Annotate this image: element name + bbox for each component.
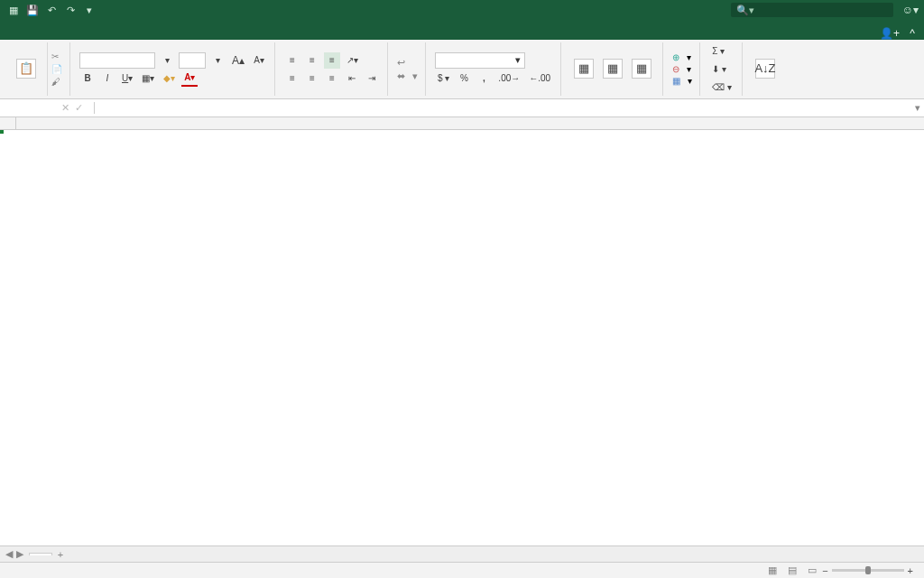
cancel-formula-icon[interactable]: ✕ — [61, 102, 69, 114]
clipboard-icon: 📋 — [16, 59, 36, 79]
delete-cells-button[interactable]: ⊖ ▾ — [672, 64, 692, 74]
wrap-text-button[interactable]: ↩ — [397, 57, 418, 69]
number-format-combo[interactable]: ▾ — [435, 52, 525, 69]
decrease-indent-icon[interactable]: ⇤ — [344, 70, 360, 87]
sheet-tab-active[interactable] — [29, 553, 52, 555]
table-icon: ▦ — [603, 59, 623, 79]
status-bar: ▦▤▭ − + — [0, 562, 924, 578]
formula-bar: ✕ ✓ ▾ — [0, 99, 924, 117]
align-right-icon[interactable]: ≡ — [324, 70, 340, 87]
shrink-font-icon[interactable]: A▾ — [251, 52, 267, 69]
page-layout-icon: ▤ — [782, 564, 802, 576]
app-icon: ▦ — [5, 2, 22, 18]
alignment-group: ≡ ≡ ≡ ↗▾ ≡ ≡ ≡ ⇤ ⇥ — [277, 42, 388, 96]
feedback-icon[interactable]: ☺▾ — [902, 4, 919, 16]
bold-button[interactable]: B — [79, 70, 96, 87]
ribbon: 📋 ✂ 📄 🖌 ▾ ▾ A▴ A▾ B I U▾ ▦▾ ◆▾ A▾ — [0, 40, 924, 99]
underline-button[interactable]: U▾ — [119, 70, 135, 87]
number-group: ▾ $ ▾ % , .00→ ←.00 — [428, 42, 561, 96]
sheet-next-icon[interactable]: ▶ — [16, 548, 23, 560]
format-as-table-button[interactable]: ▦ — [599, 44, 626, 94]
align-center-icon[interactable]: ≡ — [304, 70, 320, 87]
paste-button[interactable]: 📋 — [13, 59, 40, 80]
sort-filter-button[interactable]: A↓Z — [752, 59, 779, 80]
format-painter-icon[interactable]: 🖌 — [51, 77, 62, 87]
clear-icon[interactable]: ⌫ ▾ — [709, 79, 735, 96]
font-color-button[interactable]: A▾ — [181, 70, 198, 87]
title-bar: ▦ 💾 ↶ ↷ ▾ 🔍▾ ☺▾ — [0, 0, 924, 20]
font-size-combo[interactable] — [179, 52, 206, 69]
italic-button[interactable]: I — [99, 70, 116, 87]
zoom-slider[interactable] — [832, 569, 904, 572]
qat-dropdown-icon[interactable]: ▾ — [81, 2, 97, 18]
zoom-out-icon[interactable]: − — [822, 565, 827, 576]
share-button[interactable]: 👤+ ^ — [871, 27, 924, 40]
format-icon: ▦ — [672, 76, 680, 86]
zoom-in-icon[interactable]: + — [908, 565, 913, 576]
font-size-drop-icon[interactable]: ▾ — [209, 52, 226, 69]
sort-icon: A↓Z — [755, 59, 775, 79]
add-sheet-button[interactable]: + — [52, 549, 69, 560]
increase-indent-icon[interactable]: ⇥ — [364, 70, 380, 87]
sheet-prev-icon[interactable]: ◀ — [5, 548, 13, 560]
save-icon[interactable]: 💾 — [24, 2, 41, 18]
formula-expand-icon[interactable]: ▾ — [911, 102, 924, 114]
delete-icon: ⊖ — [672, 64, 679, 74]
align-top-icon[interactable]: ≡ — [284, 52, 300, 69]
page-break-icon: ▭ — [802, 564, 822, 576]
align-left-icon[interactable]: ≡ — [284, 70, 300, 87]
orientation-icon[interactable]: ↗▾ — [344, 52, 361, 69]
copy-icon[interactable]: 📄 — [51, 64, 62, 74]
search-sheet-box[interactable]: 🔍▾ — [731, 3, 893, 17]
percent-button[interactable]: % — [456, 70, 472, 87]
sheet-tab-bar: ◀▶ + — [0, 545, 924, 562]
align-bottom-icon[interactable]: ≡ — [324, 52, 340, 69]
format-cells-button[interactable]: ▦ ▾ — [672, 76, 692, 86]
cell-styles-button[interactable]: ▦ — [628, 44, 655, 94]
enter-formula-icon[interactable]: ✓ — [75, 102, 83, 114]
font-name-drop-icon[interactable]: ▾ — [159, 52, 175, 69]
comma-button[interactable]: , — [476, 70, 492, 87]
autosum-icon[interactable]: Σ ▾ — [709, 43, 727, 60]
font-name-combo[interactable] — [79, 52, 155, 69]
fill-color-button[interactable]: ◆▾ — [161, 70, 178, 87]
styles-icon: ▦ — [632, 59, 651, 79]
spreadsheet-grid[interactable] — [0, 117, 924, 545]
currency-button[interactable]: $ ▾ — [435, 70, 452, 87]
increase-decimal-icon[interactable]: .00→ — [495, 70, 522, 87]
merge-center-button[interactable]: ⬌ ▾ — [397, 70, 418, 82]
align-middle-icon[interactable]: ≡ — [304, 52, 320, 69]
search-icon: 🔍▾ — [736, 5, 754, 16]
ribbon-tabs: 👤+ ^ — [0, 20, 924, 40]
border-button[interactable]: ▦▾ — [139, 70, 157, 87]
quick-access-toolbar: ▦ 💾 ↶ ↷ ▾ — [5, 2, 97, 18]
cut-icon[interactable]: ✂ — [51, 51, 62, 61]
normal-view-icon: ▦ — [762, 564, 782, 576]
undo-icon[interactable]: ↶ — [43, 2, 60, 18]
redo-icon[interactable]: ↷ — [62, 2, 79, 18]
cond-format-icon: ▦ — [574, 59, 594, 79]
font-group: ▾ ▾ A▴ A▾ B I U▾ ▦▾ ◆▾ A▾ — [72, 42, 275, 96]
clipboard-group: 📋 — [5, 42, 48, 96]
view-buttons[interactable]: ▦▤▭ — [762, 564, 822, 576]
grow-font-icon[interactable]: A▴ — [229, 52, 247, 69]
decrease-decimal-icon[interactable]: ←.00 — [526, 70, 553, 87]
insert-cells-button[interactable]: ⊕ ▾ — [672, 52, 692, 62]
insert-icon: ⊕ — [672, 52, 679, 62]
fill-icon[interactable]: ⬇ ▾ — [709, 61, 729, 78]
conditional-formatting-button[interactable]: ▦ — [570, 44, 597, 94]
